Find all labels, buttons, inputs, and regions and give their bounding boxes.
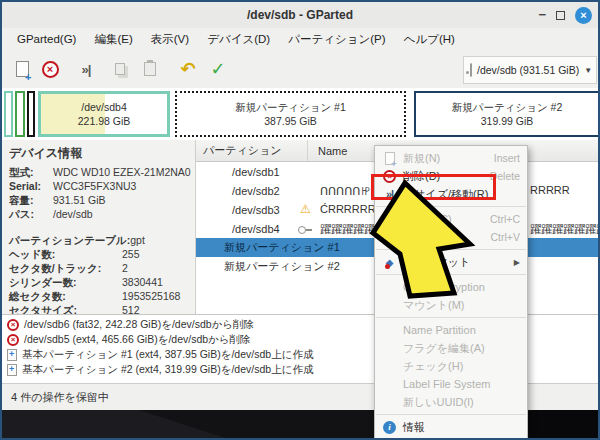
- resize-move-icon: »|: [82, 62, 91, 77]
- segment-size: 387.95 GiB: [264, 114, 317, 128]
- key-icon: [298, 226, 312, 234]
- disk-segment-new1[interactable]: 新規パーティション #1 387.95 GiB: [175, 91, 406, 137]
- menu-item-format[interactable]: ◆ フォーマット ▶: [375, 253, 527, 271]
- menu-separator: [376, 206, 526, 207]
- apply-icon: ✓: [210, 58, 225, 80]
- partition-name: 躍躍躍躍躍: [320, 222, 375, 237]
- pending-operations-status: 4 件の操作を保留中: [11, 390, 109, 405]
- gparted-window: /dev/sdb - GParted − × GParted(G) 編集(E) …: [0, 0, 600, 440]
- copy-icon: [382, 214, 397, 224]
- device-info-row: パス:/dev/sdb: [9, 207, 188, 221]
- info-icon: i: [382, 421, 397, 434]
- menu-partition[interactable]: パーティション(P): [279, 32, 394, 47]
- disk-segment-sdb4[interactable]: /dev/sdb4 221.98 GiB: [38, 91, 170, 137]
- window-controls: − ×: [538, 2, 592, 28]
- delete-partition-button[interactable]: ×: [38, 57, 62, 81]
- segment-label: 新規パーティション #2: [452, 100, 563, 114]
- menu-item-new-uuid[interactable]: 新しいUUID(I): [375, 393, 527, 411]
- new-partition-icon: [16, 61, 29, 77]
- menubar: GParted(G) 編集(E) 表示(V) デバイス(D) パーティション(P…: [2, 28, 598, 50]
- warning-icon: ⚠: [300, 202, 311, 216]
- menu-separator: [376, 249, 526, 250]
- undo-icon: ↶: [180, 58, 195, 80]
- menu-item-new[interactable]: 新規(N) Insert: [375, 149, 527, 167]
- format-icon: ◆: [382, 257, 397, 268]
- menu-item-manage-flags[interactable]: フラグを編集(A): [375, 339, 527, 357]
- delete-icon: ×: [42, 61, 59, 78]
- segment-label: 新規パーティション #1: [235, 100, 346, 114]
- segment-size: 221.98 GiB: [78, 114, 131, 128]
- drive-icon: [470, 63, 472, 77]
- paste-icon: [144, 62, 156, 76]
- titlebar: /dev/sdb - GParted − ×: [2, 2, 598, 28]
- device-info-row: 容量:931.51 GiB: [9, 193, 188, 207]
- menu-item-open-encryption[interactable]: Open Encryption: [375, 278, 527, 296]
- device-info-row: 型式:WDC WD10 EZEX-21M2NA0: [9, 165, 188, 179]
- menu-item-mount[interactable]: マウント(M): [375, 296, 527, 314]
- menu-item-information[interactable]: i 情報: [375, 418, 527, 436]
- column-header-partition[interactable]: パーティション: [196, 140, 308, 161]
- menu-help[interactable]: ヘルプ(H): [395, 32, 464, 47]
- menu-view[interactable]: 表示(V): [142, 32, 198, 47]
- device-info-row: シリンダー数:3830441: [9, 275, 188, 289]
- create-operation-icon: [7, 349, 17, 361]
- menu-separator: [376, 414, 526, 415]
- column-header-name[interactable]: Name: [308, 145, 347, 157]
- menu-device[interactable]: デバイス(D): [198, 32, 279, 47]
- menu-item-paste[interactable]: 貼り付け(P) Ctrl+V: [375, 228, 527, 246]
- menu-item-check[interactable]: チェック(H): [375, 357, 527, 375]
- copy-icon: [115, 63, 125, 75]
- device-info-row: 総セクタ数:1953525168: [9, 289, 188, 303]
- menu-separator: [376, 317, 526, 318]
- undo-button[interactable]: ↶: [176, 57, 200, 81]
- close-button[interactable]: ×: [575, 7, 592, 24]
- new-partition-icon: [382, 152, 397, 165]
- partition-name-cont: RRRRR: [530, 184, 570, 196]
- submenu-arrow-icon: ▶: [514, 258, 520, 267]
- chevron-down-icon: ▼: [584, 66, 592, 75]
- device-info-row: パーティションテーブル:gpt: [9, 233, 188, 247]
- partition-name-cont: 躍躍躍躍躍躍躍躍躍: [530, 222, 600, 237]
- device-info-panel: デバイス情報 型式:WDC WD10 EZEX-21M2NA0 Serial:W…: [2, 140, 196, 314]
- delete-operation-icon: ×: [7, 334, 19, 346]
- device-info-title: デバイス情報: [9, 145, 188, 162]
- device-info-row: ヘッド数:255: [9, 247, 188, 261]
- toolbar: × »| ↶ ✓ /dev/sdb (931.51 GiB) ▼: [2, 50, 598, 88]
- menu-item-label-filesystem[interactable]: Label File System: [375, 375, 527, 393]
- partition-name: ĆRRRRRR▯: [320, 203, 382, 216]
- menu-gparted[interactable]: GParted(G): [8, 33, 85, 45]
- device-info-row: Serial:WCC3F5FX3NU3: [9, 179, 188, 193]
- disk-visual-bar: /dev/sdb4 221.98 GiB 新規パーティション #1 387.95…: [2, 88, 598, 140]
- apply-button[interactable]: ✓: [206, 57, 230, 81]
- new-partition-button[interactable]: [10, 57, 34, 81]
- highlight-box: [371, 174, 496, 200]
- disk-segment-small-2[interactable]: [15, 91, 25, 137]
- segment-label: /dev/sdb4: [81, 100, 127, 114]
- create-operation-icon: [7, 364, 17, 376]
- resize-move-button[interactable]: »|: [74, 57, 98, 81]
- copy-button[interactable]: [108, 57, 132, 81]
- menu-separator: [376, 274, 526, 275]
- menu-item-name-partition[interactable]: Name Partition: [375, 321, 527, 339]
- paste-button[interactable]: [138, 57, 162, 81]
- window-title: /dev/sdb - GParted: [247, 8, 353, 22]
- menu-edit[interactable]: 編集(E): [85, 32, 141, 47]
- delete-operation-icon: ×: [7, 319, 19, 331]
- device-info-row: セクタ数/トラック:2: [9, 261, 188, 275]
- segment-size: 319.99 GiB: [481, 114, 534, 128]
- disk-segment-new2[interactable]: 新規パーティション #2 319.99 GiB: [414, 91, 600, 137]
- device-selector-value: /dev/sdb (931.51 GiB): [477, 64, 579, 76]
- paste-icon: [382, 231, 397, 243]
- maximize-button[interactable]: [556, 11, 565, 20]
- device-selector[interactable]: /dev/sdb (931.51 GiB) ▼: [463, 56, 597, 84]
- minimize-button[interactable]: −: [538, 10, 546, 20]
- disk-segment-small-3[interactable]: [27, 91, 35, 137]
- disk-segment-small-1[interactable]: [4, 91, 13, 137]
- menu-item-copy[interactable]: コピー(C) Ctrl+C: [375, 210, 527, 228]
